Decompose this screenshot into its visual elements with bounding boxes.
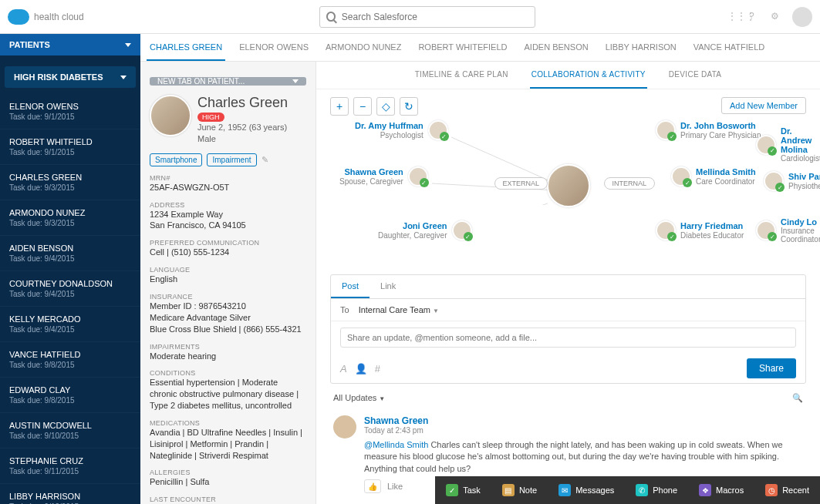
subtab-timeline[interactable]: TIMELINE & CARE PLAN <box>413 62 510 89</box>
share-button[interactable]: Share <box>747 358 796 378</box>
patient-item-due: Task due: 9/1/2015 <box>9 148 131 156</box>
node-avatar <box>671 166 691 186</box>
node-name: Shawna Green <box>339 167 403 176</box>
messages-icon: ✉ <box>558 484 571 496</box>
node-avatar <box>656 220 676 240</box>
utility-item-recent[interactable]: ◷Recent <box>754 476 820 504</box>
utility-label: Note <box>519 486 537 495</box>
sidebar-patient-item[interactable]: EDWARD CLAYTask due: 9/8/2015 <box>0 378 140 413</box>
compose-tab-link[interactable]: Link <box>370 275 407 298</box>
patient-tab[interactable]: AIDEN BENSON <box>521 35 592 61</box>
user-avatar[interactable] <box>792 7 812 27</box>
label-insurance: INSURANCE <box>150 293 306 301</box>
patient-item-due: Task due: 9/10/2015 <box>9 432 131 440</box>
care-team-node[interactable]: Shawna GreenSpouse, Caregiver <box>339 166 428 186</box>
like-thumb-icon[interactable]: 👍 <box>364 479 381 493</box>
feed-search-icon[interactable]: 🔍 <box>792 393 803 403</box>
node-role: Spouse, Caregiver <box>339 177 403 186</box>
sidebar-patient-item[interactable]: ELENOR OWENSTask due: 9/1/2015 <box>0 94 140 129</box>
patient-tab[interactable]: ELENOR OWENS <box>236 35 312 61</box>
care-team-node[interactable]: Mellinda SmithCare Coordinator <box>671 166 756 186</box>
post-text: @Mellinda Smith Charles can't sleep thro… <box>364 439 803 475</box>
care-team-graph: + − ◇ ↻ Add New Member EXTERNAL INTERNAL… <box>316 89 820 274</box>
patient-tab[interactable]: LIBBY HARRISON <box>602 35 680 61</box>
sidebar-patient-item[interactable]: ROBERT WHITFIELDTask due: 9/1/2015 <box>0 129 140 165</box>
task-icon: ✓ <box>446 484 458 496</box>
sidebar-header[interactable]: PATIENTS <box>0 34 140 55</box>
post-avatar[interactable] <box>333 415 356 438</box>
value-mrn: 25AF-ASWGZN-O5T <box>150 182 306 193</box>
patient-item-name: AIDEN BENSON <box>9 244 131 253</box>
sidebar-patient-item[interactable]: CHARLES GREENTask due: 9/3/2015 <box>0 165 140 200</box>
utility-item-note[interactable]: ▤Note <box>491 476 548 504</box>
format-text-icon[interactable]: A <box>340 363 347 375</box>
sidebar-patient-item[interactable]: LIBBY HARRISONTask due: 9/12/2015 <box>0 484 140 504</box>
settings-gear-icon[interactable]: ⚙ <box>771 11 783 23</box>
sidebar-header-label: PATIENTS <box>9 40 50 49</box>
recent-icon: ◷ <box>765 484 778 496</box>
subtab-device-data[interactable]: DEVICE DATA <box>667 62 724 89</box>
patient-tab[interactable]: ROBERT WHITEFIELD <box>415 35 510 61</box>
global-search[interactable] <box>319 6 535 28</box>
compose-panel: Post Link To Internal Care Team ▼ <box>330 274 806 384</box>
care-team-node[interactable]: Dr. John BosworthPrimary Care Physician <box>656 120 761 140</box>
care-team-node[interactable]: Cindy LoInsurance Coordinator <box>756 217 820 244</box>
hashtag-icon[interactable]: # <box>375 363 380 375</box>
mention-person-icon[interactable]: 👤 <box>355 363 367 375</box>
sidebar-patient-item[interactable]: AIDEN BENSONTask due: 9/4/2015 <box>0 236 140 271</box>
patient-tab[interactable]: VANCE HATFIELD <box>690 35 768 61</box>
sidebar-filter[interactable]: HIGH RISK DIABETES <box>5 66 136 88</box>
care-team-node[interactable]: Dr. Andrew MolinaCardiologist <box>756 126 820 163</box>
edit-icon[interactable]: ✎ <box>262 155 268 165</box>
label-mrn: MRN# <box>150 174 306 182</box>
post-author[interactable]: Shawna Green <box>364 415 803 426</box>
node-avatar <box>764 171 784 191</box>
tag-impairment[interactable]: Impairment <box>207 153 256 166</box>
patients-sidebar: PATIENTS HIGH RISK DIABETES ELENOR OWENS… <box>0 34 140 504</box>
patient-item-name: ROBERT WHITFIELD <box>9 137 131 146</box>
tag-smartphone[interactable]: Smartphone <box>150 153 202 166</box>
compose-input[interactable] <box>340 328 796 348</box>
sidebar-patient-item[interactable]: COURTNEY DONALDSONTask due: 9/4/2015 <box>0 271 140 307</box>
utility-item-messages[interactable]: ✉Messages <box>548 476 625 504</box>
help-icon[interactable]: ? <box>749 11 761 23</box>
post-mention[interactable]: @Mellinda Smith <box>364 440 428 449</box>
care-team-node[interactable]: Shiv PandePhysiotherapist <box>764 171 820 191</box>
sidebar-patient-item[interactable]: KELLY MERCADOTask due: 9/4/2015 <box>0 307 140 342</box>
node-role: Care Coordinator <box>696 177 756 186</box>
patient-tabs: CHARLES GREENELENOR OWENSARMONDO NUNEZRO… <box>140 34 820 62</box>
brand-logo: health cloud <box>8 9 154 25</box>
sidebar-patient-item[interactable]: ARMONDO NUNEZTask due: 9/3/2015 <box>0 200 140 236</box>
patient-item-due: Task due: 9/3/2015 <box>9 183 131 192</box>
like-label[interactable]: Like <box>387 482 403 491</box>
patient-tab[interactable]: CHARLES GREEN <box>147 35 225 61</box>
apps-icon[interactable]: ⋮⋮⋮ <box>727 11 740 23</box>
compose-to-value[interactable]: Internal Care Team ▼ <box>359 305 439 314</box>
utility-item-phone[interactable]: ✆Phone <box>625 476 688 504</box>
patient-item-name: ARMONDO NUNEZ <box>9 208 131 217</box>
utility-item-macros[interactable]: ❖Macros <box>688 476 754 504</box>
graph-remove-button[interactable]: − <box>353 97 372 116</box>
utility-item-task[interactable]: ✓Task <box>435 476 491 504</box>
chevron-down-icon <box>292 79 299 83</box>
search-input[interactable] <box>342 12 528 22</box>
graph-refresh-button[interactable]: ↻ <box>400 97 418 116</box>
sidebar-patient-item[interactable]: VANCE HATFIELDTask due: 9/8/2015 <box>0 342 140 378</box>
graph-add-button[interactable]: + <box>330 97 349 116</box>
compose-tab-post[interactable]: Post <box>331 275 370 298</box>
graph-expand-button[interactable]: ◇ <box>376 97 395 116</box>
patient-item-due: Task due: 9/1/2015 <box>9 113 131 121</box>
add-new-member-button[interactable]: Add New Member <box>721 97 806 114</box>
sidebar-patient-item[interactable]: AUSTIN MCDOWELLTask due: 9/10/2015 <box>0 413 140 449</box>
graph-center-avatar[interactable] <box>547 164 590 207</box>
patient-tab[interactable]: ARMONDO NUNEZ <box>322 35 404 61</box>
patient-item-name: AUSTIN MCDOWELL <box>9 421 131 430</box>
care-team-node[interactable]: Joni GreenDaughter, Caregiver <box>378 220 472 240</box>
new-tab-button[interactable]: NEW TAB ON PATIENT... <box>150 77 306 86</box>
feed-filter[interactable]: All Updates ▼ <box>333 393 385 403</box>
sidebar-patient-item[interactable]: STEPHANIE CRUZTask due: 9/11/2015 <box>0 449 140 484</box>
care-team-node[interactable]: Dr. Amy HuffmanPsychologist <box>355 120 448 140</box>
subtab-collaboration[interactable]: COLLABORATION & ACTIVITY <box>530 62 647 89</box>
care-team-node[interactable]: Harry FriedmanDiabetes Educator <box>656 220 744 240</box>
salesforce-cloud-icon <box>8 9 29 25</box>
